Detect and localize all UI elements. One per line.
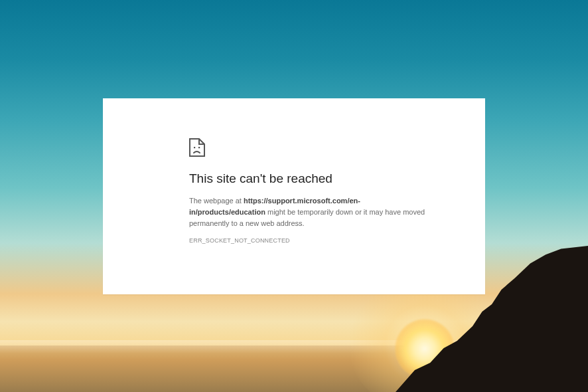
error-code: ERR_SOCKET_NOT_CONNECTED [189, 237, 485, 244]
svg-rect-0 [194, 147, 195, 148]
svg-rect-1 [198, 147, 200, 148]
error-message-prefix: The webpage at [189, 197, 244, 205]
error-page-card: This site can't be reached The webpage a… [103, 98, 485, 294]
sad-page-icon [189, 138, 485, 159]
error-heading: This site can't be reached [189, 171, 485, 186]
error-message: The webpage at https://support.microsoft… [189, 195, 435, 229]
